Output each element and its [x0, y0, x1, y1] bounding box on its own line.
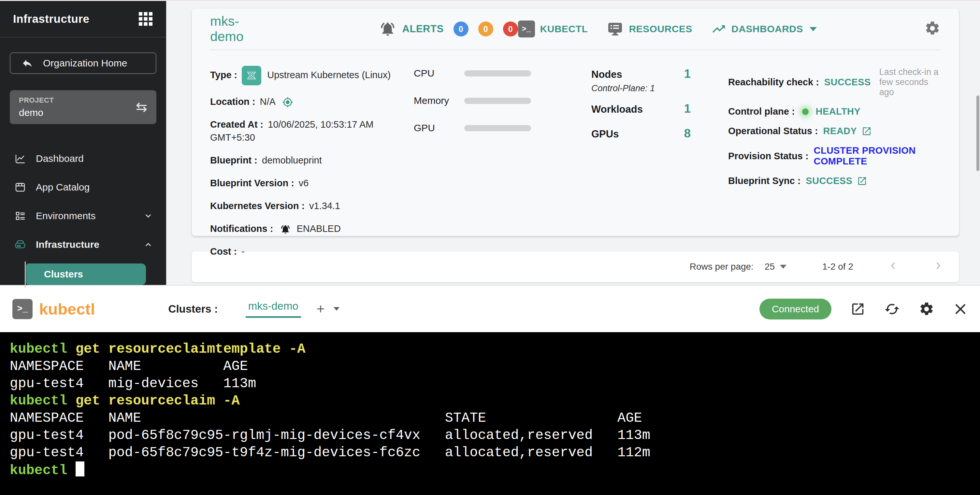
- control-plane-value: HEALTHY: [816, 106, 861, 117]
- terminal-output-line: gpu-test4 pod-65f8c79c95-rglmj-mig-devic…: [10, 427, 980, 444]
- add-tab-button[interactable]: +: [317, 302, 325, 316]
- sidebar-item-app-catalog[interactable]: App Catalog: [0, 173, 166, 201]
- nodes-count-row: Nodes 1: [591, 67, 691, 81]
- previous-page-button[interactable]: [888, 260, 899, 274]
- terminal-output-line: gpu-test4 pod-65f8c79c95-t9f4z-mig-devic…: [10, 444, 980, 462]
- terminal-command-line: kubectl get resourceclaim -A: [10, 392, 980, 410]
- resources-monitor-icon: [607, 21, 624, 38]
- cluster-name[interactable]: mks-demo: [210, 14, 266, 44]
- gpus-count: 8: [684, 127, 691, 140]
- open-in-new-icon[interactable]: [857, 176, 867, 186]
- alert-badge-critical[interactable]: 0: [503, 22, 518, 36]
- organization-home-label: Organization Home: [43, 58, 127, 69]
- swap-project-icon[interactable]: ⇆: [136, 100, 147, 114]
- cluster-settings-gear[interactable]: [924, 20, 940, 38]
- workloads-count-row: Workloads 1: [591, 102, 691, 116]
- open-in-new-icon[interactable]: [861, 126, 872, 136]
- open-in-new-window-icon[interactable]: [850, 301, 865, 317]
- close-terminal-icon[interactable]: [953, 302, 967, 316]
- sidebar-item-environments[interactable]: Environments: [0, 201, 166, 230]
- kubectl-terminal-icon: >_: [13, 299, 33, 319]
- detail-kubernetes-version: Kubernetes Version :v1.34.1: [210, 199, 401, 212]
- reachability-status-row: Reachability check : SUCCESS Last check-…: [728, 67, 940, 97]
- sidebar-item-infrastructure[interactable]: Infrastructure: [0, 230, 166, 259]
- provision-value[interactable]: CLUSTER PROVISION COMPLETE: [814, 145, 940, 167]
- back-arrow-icon: [22, 57, 33, 69]
- apps-grid-icon[interactable]: [138, 11, 153, 26]
- control-plane-status-row: Control plane : HEALTHY: [728, 106, 940, 117]
- rows-per-page-select[interactable]: 25: [765, 262, 786, 272]
- terminal-output-line: NAMESPACE NAME STATE AGE: [10, 410, 980, 427]
- kubectl-panel-header: >_ kubectl Clusters : mks-demo + Connect…: [0, 285, 980, 332]
- kubectl-terminal[interactable]: kubectl get resourceclaimtemplate -A NAM…: [0, 332, 980, 495]
- blueprint-sync-value: SUCCESS: [806, 176, 852, 186]
- resources-button[interactable]: RESOURCES: [607, 21, 692, 38]
- detail-location: Location :N/A: [210, 95, 401, 108]
- cluster-tab-mks-demo[interactable]: mks-demo: [246, 300, 301, 318]
- detail-created-at: Created At :10/06/2025, 10:53:17 AM GMT+…: [210, 118, 401, 144]
- detail-type: Type :Upstream Kubernetes (Linux): [210, 66, 401, 85]
- infrastructure-drive-icon: [14, 238, 27, 251]
- detail-cost: Cost :-: [210, 245, 401, 258]
- chevron-up-icon: [144, 240, 153, 249]
- organization-home-button[interactable]: Organization Home: [10, 52, 156, 74]
- gpu-usage-row: GPU: [414, 122, 550, 133]
- cluster-details: Type :Upstream Kubernetes (Linux) Locati…: [210, 66, 401, 268]
- sidebar-item-dashboard[interactable]: Dashboard: [0, 144, 166, 173]
- memory-usage-row: Memory: [414, 95, 550, 106]
- project-name: demo: [19, 107, 136, 118]
- detail-blueprint-version: Blueprint Version :v6: [210, 176, 401, 190]
- tab-dropdown-caret[interactable]: [334, 307, 339, 311]
- cluster-card: mks-demo ALERTS 0 0 0 >_ KUBECTL: [192, 8, 959, 236]
- main-content: mks-demo ALERTS 0 0 0 >_ KUBECTL: [166, 1, 980, 285]
- nodes-count: 1: [684, 67, 691, 81]
- next-page-button[interactable]: [933, 260, 944, 274]
- dashboards-dropdown[interactable]: DASHBOARDS: [711, 22, 817, 36]
- kubernetes-logo-icon: [242, 66, 261, 85]
- terminal-output-line: NAMESPACE NAME AGE: [10, 358, 980, 375]
- alert-badge-warning[interactable]: 0: [478, 22, 493, 36]
- terminal-prompt-line[interactable]: kubectl: [10, 462, 980, 479]
- usage-meters: CPU Memory GPU: [414, 66, 550, 268]
- gpus-count-row: GPUs 8: [591, 127, 691, 140]
- terminal-command-line: kubectl get resourceclaimtemplate -A: [10, 341, 980, 358]
- clusters-label: Clusters :: [169, 303, 218, 315]
- alert-badge-info[interactable]: 0: [453, 22, 468, 36]
- control-plane-sub: Control-Plane: 1: [591, 83, 691, 94]
- provision-status-row: Provision Status : CLUSTER PROVISION COM…: [728, 145, 940, 167]
- operational-status-row: Operational Status : READY: [728, 126, 940, 136]
- select-caret-icon: [780, 265, 786, 269]
- detail-blueprint: Blueprint :demoblueprint: [210, 154, 401, 167]
- project-switcher[interactable]: PROJECT demo ⇆: [10, 90, 156, 124]
- notifications-bell-icon: [280, 224, 291, 235]
- rows-per-page-label: Rows per page:: [690, 262, 754, 272]
- terminal-icon: >_: [518, 21, 535, 38]
- environments-list-icon: [14, 209, 27, 222]
- alerts-group: ALERTS 0 0 0: [380, 21, 518, 37]
- operational-value: READY: [823, 126, 857, 136]
- chevron-down-icon: [144, 212, 153, 220]
- sidebar: Infrastructure Organization Home PROJECT…: [0, 1, 166, 285]
- reachability-value: SUCCESS: [824, 77, 871, 87]
- cpu-usage-row: CPU: [414, 68, 550, 79]
- vertical-scrollbar[interactable]: [977, 95, 979, 171]
- dashboard-chart-icon: [14, 152, 27, 165]
- connected-status-button[interactable]: Connected: [759, 298, 831, 319]
- memory-usage-bar: [464, 98, 531, 104]
- terminal-output-line: gpu-test4 mig-devices 113m: [10, 375, 980, 392]
- terminal-settings-gear-icon[interactable]: [919, 301, 934, 317]
- alerts-bell-icon: [380, 21, 396, 37]
- project-label: PROJECT: [19, 96, 136, 105]
- gear-icon: [924, 20, 940, 36]
- kubectl-logo-text: kubectl: [39, 300, 95, 318]
- alerts-label: ALERTS: [402, 23, 444, 35]
- cpu-usage-bar: [464, 70, 531, 76]
- last-checkin-text: Last check-in a few seconds ago: [879, 67, 940, 97]
- workloads-count: 1: [684, 102, 691, 116]
- sidebar-subitem-clusters[interactable]: Clusters: [26, 263, 146, 285]
- terminal-cursor: [76, 462, 84, 476]
- reconnect-sync-icon[interactable]: [884, 301, 900, 317]
- kubectl-button[interactable]: >_ KUBECTL: [518, 21, 588, 38]
- location-icon[interactable]: [282, 97, 293, 108]
- app-catalog-box-icon: [14, 181, 27, 194]
